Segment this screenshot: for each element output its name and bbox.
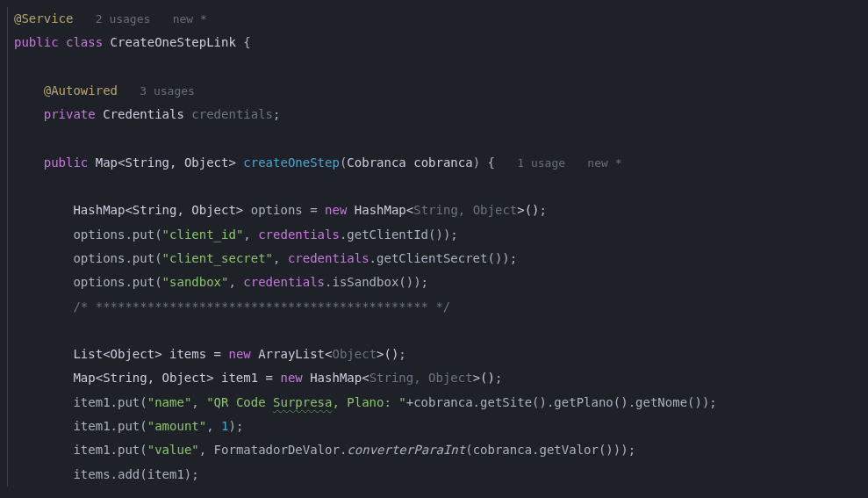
code-line[interactable]: items.add(item1); bbox=[7, 463, 868, 487]
text: Map<String, Object> item1 = bbox=[73, 371, 280, 385]
static-method: converterParaInt bbox=[347, 443, 465, 457]
code-line[interactable] bbox=[7, 55, 868, 79]
method-call: .getClientId() bbox=[340, 227, 443, 242]
param-name: cobranca bbox=[413, 155, 472, 170]
text: +cobranca.getSite().getPlano().getNome() bbox=[406, 395, 702, 409]
type: HashMap<String, Object> bbox=[73, 203, 243, 217]
code-line[interactable]: List<Object> items = new ArrayList<Objec… bbox=[7, 343, 868, 366]
text: , bbox=[273, 251, 288, 265]
method-call: .getClientSecret() bbox=[369, 251, 503, 265]
inlay-hint-vcs[interactable]: new * bbox=[173, 12, 207, 25]
code-line[interactable]: public class CreateOneStepLink { bbox=[7, 31, 868, 54]
class-name: CreateOneStepLink bbox=[111, 35, 236, 49]
string-literal: "value" bbox=[147, 443, 199, 457]
code-line[interactable]: options.put("client_id", credentials.get… bbox=[7, 223, 868, 247]
code-line[interactable] bbox=[7, 126, 868, 150]
type: HashMap< bbox=[355, 203, 413, 217]
code-editor[interactable]: @Service 2 usages new * public class Cre… bbox=[0, 7, 868, 487]
text: ); bbox=[702, 395, 717, 409]
type: >() bbox=[517, 203, 539, 217]
string-literal: "amount" bbox=[147, 419, 206, 433]
keyword: private bbox=[44, 107, 96, 121]
code-line[interactable]: @Service 2 usages new * bbox=[7, 7, 868, 31]
inlay-hint-usages[interactable]: 3 usages bbox=[140, 84, 195, 97]
text: , bbox=[199, 443, 214, 457]
type: Credentials bbox=[103, 107, 184, 121]
string-typo: Surpresa bbox=[273, 395, 332, 409]
semicolon: ; bbox=[273, 107, 280, 121]
keyword: new bbox=[228, 347, 250, 361]
text: item1.put( bbox=[73, 419, 147, 433]
text: , bbox=[206, 419, 221, 433]
code-line[interactable]: item1.put("value", FormatadorDeValor.con… bbox=[7, 438, 868, 462]
text: options.put( bbox=[73, 251, 161, 265]
method-call: .isSandbox() bbox=[325, 275, 413, 289]
text: (cobranca.getValor()) bbox=[465, 443, 621, 457]
generic-params: Object bbox=[332, 347, 377, 361]
semicolon: ; bbox=[495, 371, 502, 385]
text: options.put( bbox=[73, 275, 161, 289]
type: ArrayList< bbox=[258, 347, 332, 361]
paren: ) { bbox=[473, 155, 495, 170]
text: ); bbox=[228, 419, 243, 433]
code-line[interactable]: options.put("client_secret", credentials… bbox=[7, 247, 868, 271]
inlay-hint-usages[interactable]: 2 usages bbox=[96, 12, 151, 25]
text: List<Object> items = bbox=[73, 347, 228, 361]
text: = bbox=[303, 203, 325, 217]
code-line[interactable] bbox=[7, 175, 868, 198]
keyword: class bbox=[66, 35, 103, 49]
annotation-autowired: @Autowired bbox=[44, 83, 118, 97]
text: items.add(item1); bbox=[73, 467, 198, 481]
field-ref: credentials bbox=[243, 275, 325, 289]
field-ref: credentials bbox=[288, 251, 369, 265]
code-line[interactable]: HashMap<String, Object> options = new Ha… bbox=[7, 198, 868, 222]
inlay-hint-vcs[interactable]: new * bbox=[587, 156, 621, 170]
type: >() bbox=[473, 371, 495, 385]
return-type: Map<String, Object> bbox=[96, 155, 236, 170]
string-literal: "client_secret" bbox=[162, 251, 273, 265]
keyword: new bbox=[280, 371, 302, 385]
semicolon: ; bbox=[540, 203, 547, 217]
code-line[interactable]: item1.put("name", "QR Code Surpresa, Pla… bbox=[7, 391, 868, 415]
text: item1.put( bbox=[73, 443, 147, 457]
code-line[interactable]: @Autowired 3 usages bbox=[7, 79, 868, 103]
code-line[interactable] bbox=[7, 319, 868, 343]
generic-params: String, Object bbox=[369, 371, 473, 385]
text: item1.put( bbox=[73, 395, 147, 409]
code-line[interactable]: options.put("sandbox", credentials.isSan… bbox=[7, 271, 868, 294]
code-line[interactable]: public Map<String, Object> createOneStep… bbox=[7, 151, 868, 175]
class-ref: FormatadorDeValor bbox=[214, 443, 340, 457]
string-literal: "QR Code bbox=[206, 395, 273, 409]
inlay-hint-usages[interactable]: 1 usage bbox=[517, 156, 565, 170]
keyword: new bbox=[325, 203, 347, 217]
type: >() bbox=[377, 347, 398, 361]
text: options.put( bbox=[73, 227, 161, 242]
annotation-service: @Service bbox=[14, 11, 73, 25]
code-line[interactable]: item1.put("amount", 1); bbox=[7, 415, 868, 438]
text: ); bbox=[502, 251, 517, 265]
code-line[interactable]: private Credentials credentials; bbox=[7, 103, 868, 126]
text: ); bbox=[413, 275, 428, 289]
param-type: Cobranca bbox=[347, 155, 405, 170]
text: ); bbox=[621, 443, 635, 457]
field-name: credentials bbox=[191, 107, 273, 121]
code-line[interactable]: /* *************************************… bbox=[7, 295, 868, 319]
field-ref: credentials bbox=[258, 227, 340, 242]
gutter-line bbox=[7, 7, 8, 487]
method-name: createOneStep bbox=[243, 155, 340, 170]
string-literal: , Plano: " bbox=[332, 395, 405, 409]
keyword: public bbox=[44, 155, 89, 170]
text: , bbox=[243, 227, 258, 242]
code-line[interactable]: Map<String, Object> item1 = new HashMap<… bbox=[7, 366, 868, 390]
generic-params: String, Object bbox=[413, 203, 517, 217]
text: , bbox=[191, 395, 206, 409]
string-literal: "sandbox" bbox=[162, 275, 229, 289]
semicolon: ; bbox=[398, 347, 405, 361]
type: HashMap< bbox=[310, 371, 369, 385]
text: ); bbox=[443, 227, 458, 242]
string-literal: "client_id" bbox=[162, 227, 244, 242]
comment: /* *************************************… bbox=[73, 300, 450, 314]
keyword: public bbox=[14, 35, 59, 49]
string-literal: "name" bbox=[147, 395, 192, 409]
text: , bbox=[228, 275, 243, 289]
